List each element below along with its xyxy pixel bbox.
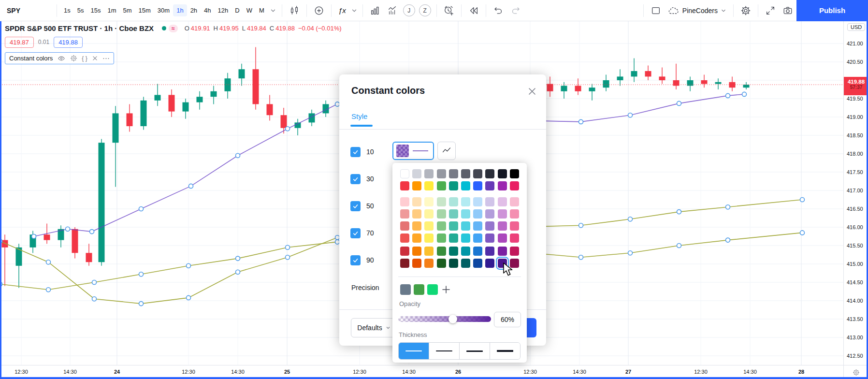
axis-gear-icon[interactable] — [853, 369, 860, 376]
palette-swatch[interactable] — [498, 197, 507, 206]
palette-swatch[interactable] — [510, 197, 519, 206]
palette-swatch[interactable] — [498, 247, 507, 256]
palette-swatch[interactable] — [473, 259, 482, 268]
indicators-menu-chevron-icon[interactable] — [349, 2, 359, 19]
palette-swatch[interactable] — [485, 169, 494, 178]
palette-swatch[interactable] — [473, 181, 482, 190]
palette-swatch[interactable] — [424, 197, 434, 206]
palette-swatch[interactable] — [424, 247, 434, 256]
compare-icon[interactable] — [310, 2, 328, 19]
interval-menu-chevron-icon[interactable] — [268, 2, 278, 19]
bar-replay-icon[interactable] — [465, 2, 482, 19]
symbol-title[interactable]: SPDR S&P 500 ETF TRUST · 1h · Cboe BZX — [5, 24, 154, 32]
custom-color-swatch[interactable] — [400, 284, 411, 295]
palette-swatch[interactable] — [437, 197, 446, 206]
interval-button-W[interactable]: W — [243, 4, 256, 16]
palette-swatch[interactable] — [449, 181, 458, 190]
opacity-slider[interactable] — [398, 316, 491, 322]
palette-swatch[interactable] — [400, 221, 409, 231]
palette-swatch[interactable] — [485, 233, 494, 243]
palette-swatch[interactable] — [449, 197, 458, 206]
palette-swatch[interactable] — [510, 209, 519, 219]
palette-swatch[interactable] — [498, 233, 507, 243]
palette-swatch[interactable] — [461, 169, 470, 178]
palette-swatch[interactable] — [424, 169, 434, 178]
palette-swatch[interactable] — [498, 259, 507, 268]
checkbox-10[interactable] — [350, 147, 361, 157]
interval-button-1s[interactable]: 1s — [60, 4, 74, 16]
checkbox-90[interactable] — [350, 255, 361, 265]
fullscreen-icon[interactable] — [762, 2, 779, 19]
more-icon[interactable]: ⋯ — [102, 55, 110, 62]
thickness-option-1[interactable] — [399, 343, 429, 359]
script-badge-z[interactable]: Z — [419, 4, 431, 16]
palette-swatch[interactable] — [498, 221, 507, 231]
palette-swatch[interactable] — [485, 209, 494, 219]
palette-swatch[interactable] — [437, 181, 446, 190]
palette-swatch[interactable] — [400, 233, 409, 243]
palette-swatch[interactable] — [473, 247, 482, 256]
palette-swatch[interactable] — [400, 247, 409, 256]
interval-button-1m[interactable]: 1m — [104, 4, 119, 16]
palette-swatch[interactable] — [485, 247, 494, 256]
layout-icon[interactable] — [647, 2, 665, 19]
palette-swatch[interactable] — [510, 259, 519, 268]
thickness-option-4[interactable] — [490, 343, 520, 359]
palette-swatch[interactable] — [461, 197, 470, 206]
palette-swatch[interactable] — [412, 197, 421, 206]
palette-swatch[interactable] — [412, 259, 421, 268]
custom-color-swatch[interactable] — [414, 284, 424, 295]
close-icon[interactable] — [92, 55, 98, 61]
palette-swatch[interactable] — [449, 209, 458, 219]
checkbox-70[interactable] — [350, 228, 361, 238]
checkbox-30[interactable] — [350, 174, 361, 184]
palette-swatch[interactable] — [449, 233, 458, 243]
palette-swatch[interactable] — [400, 169, 409, 178]
palette-swatch[interactable] — [412, 233, 421, 243]
interval-button-5s[interactable]: 5s — [74, 4, 87, 16]
interval-button-2h[interactable]: 2h — [187, 4, 201, 16]
interval-button-15m[interactable]: 15m — [135, 4, 154, 16]
line-color-swatch-button[interactable] — [392, 142, 434, 160]
palette-swatch[interactable] — [412, 247, 421, 256]
extended-hours-badge[interactable]: ≈ — [169, 25, 178, 32]
cloud-save-menu[interactable]: PineCoders — [665, 6, 730, 15]
palette-swatch[interactable] — [437, 221, 446, 231]
palette-swatch[interactable] — [498, 209, 507, 219]
dialog-close-button[interactable] — [527, 86, 537, 97]
palette-swatch[interactable] — [485, 181, 494, 190]
palette-swatch[interactable] — [461, 181, 470, 190]
indicator-legend[interactable]: Constant colors { } ⋯ — [5, 52, 114, 64]
source-code-icon[interactable]: { } — [82, 56, 87, 61]
thickness-option-2[interactable] — [429, 343, 460, 359]
custom-color-swatch[interactable] — [427, 284, 438, 295]
undo-icon[interactable] — [490, 2, 507, 19]
indicators-icon[interactable]: ƒx — [335, 2, 349, 19]
palette-swatch[interactable] — [473, 221, 482, 231]
gear-icon[interactable] — [70, 55, 77, 62]
interval-button-M[interactable]: M — [256, 4, 268, 16]
palette-swatch[interactable] — [461, 259, 470, 268]
interval-button-15s[interactable]: 15s — [87, 4, 104, 16]
palette-swatch[interactable] — [424, 221, 434, 231]
ask-badge[interactable]: 419.88 — [54, 37, 83, 48]
palette-swatch[interactable] — [449, 221, 458, 231]
alert-icon[interactable] — [440, 2, 458, 19]
indicator-templates-icon[interactable] — [366, 2, 384, 19]
script-badge-j[interactable]: J — [403, 4, 415, 16]
palette-swatch[interactable] — [510, 221, 519, 231]
palette-swatch[interactable] — [473, 233, 482, 243]
palette-swatch[interactable] — [400, 259, 409, 268]
palette-swatch[interactable] — [461, 221, 470, 231]
palette-swatch[interactable] — [510, 247, 519, 256]
palette-swatch[interactable] — [485, 197, 494, 206]
publish-button[interactable]: Publish — [796, 0, 868, 21]
palette-swatch[interactable] — [412, 181, 421, 190]
palette-swatch[interactable] — [424, 209, 434, 219]
palette-swatch[interactable] — [437, 233, 446, 243]
interval-button-D[interactable]: D — [231, 4, 243, 16]
palette-swatch[interactable] — [449, 247, 458, 256]
tab-style[interactable]: Style — [351, 112, 367, 120]
bid-badge[interactable]: 419.87 — [5, 37, 34, 48]
palette-swatch[interactable] — [498, 169, 507, 178]
